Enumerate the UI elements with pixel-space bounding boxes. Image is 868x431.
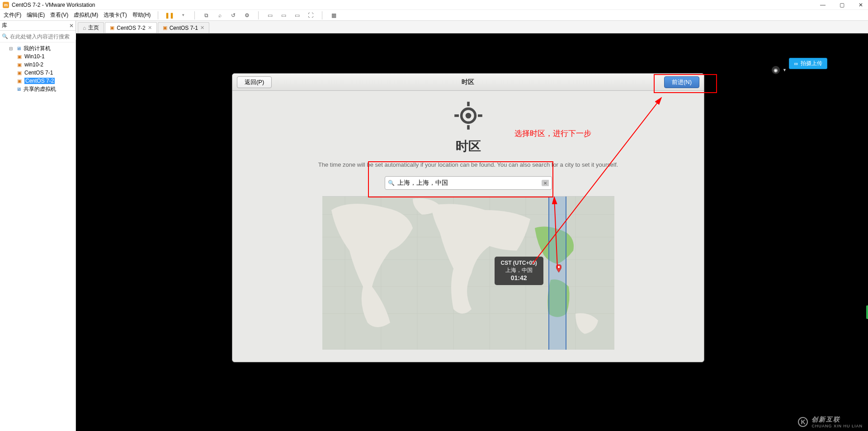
- toolbar-separator: [158, 11, 158, 19]
- installer-body: 时区 The time zone will be set automatical…: [232, 91, 704, 362]
- tab-close-icon[interactable]: ✕: [148, 25, 152, 31]
- tab-label: CentOS 7-2: [117, 25, 145, 31]
- minimize-button[interactable]: —: [818, 2, 827, 8]
- sidebar-close-icon[interactable]: ✕: [69, 23, 74, 29]
- content-area: ⌂ 主页 ▣ CentOS 7-2 ✕ ▣ CentOS 7-1 ✕ ∞ 拍摄上…: [76, 21, 868, 431]
- menu-bar: 文件(F) 编辑(E) 查看(V) 虚拟机(M) 选项卡(T) 帮助(H) ❚❚…: [0, 10, 868, 21]
- revert-icon[interactable]: ↺: [229, 11, 237, 19]
- menu-file[interactable]: 文件(F): [4, 11, 21, 19]
- vm-viewport[interactable]: ∞ 拍摄上传 ◉ ▼ 返回(P) 时区 前进(N) 时区: [76, 33, 868, 431]
- cloud-icon: ∞: [794, 61, 798, 67]
- tab-centos71[interactable]: ▣ CentOS 7-1 ✕: [158, 22, 209, 33]
- watermark-brand: 创新互联: [811, 416, 840, 423]
- tree-vm-win10-2[interactable]: ▣ win10-2: [1, 61, 75, 69]
- svg-rect-5: [478, 114, 482, 117]
- vmware-app-icon: m: [3, 2, 9, 8]
- menu-vm[interactable]: 虚拟机(M): [74, 11, 98, 19]
- section-heading: 时区: [456, 138, 481, 155]
- unity-icon[interactable]: ▭: [279, 11, 288, 19]
- timezone-search-input[interactable]: [397, 179, 539, 187]
- watermark: K 创新互联 CHUANG XIN HU LIAN: [798, 416, 863, 428]
- toolbar-separator: [258, 11, 259, 19]
- timezone-tooltip: CST (UTC+08) 上海，中国 01:42: [495, 257, 543, 285]
- timezone-search-field[interactable]: 🔍 ✕: [385, 176, 552, 190]
- svg-rect-2: [467, 102, 470, 106]
- maximize-button[interactable]: ▢: [837, 2, 846, 8]
- tab-label: 主页: [88, 24, 99, 32]
- svg-point-18: [557, 266, 560, 268]
- vm-tree: ⊟ 🖥 我的计算机 ▣ Win10-1 ▣ win10-2 ▣ CentOS 7…: [0, 42, 75, 95]
- world-map[interactable]: CST (UTC+08) 上海，中国 01:42: [322, 196, 614, 350]
- watermark-logo-icon: K: [798, 417, 808, 427]
- installer-title: 时区: [462, 78, 474, 86]
- menu-view[interactable]: 查看(V): [50, 11, 68, 19]
- window-controls: — ▢ ✕: [818, 2, 865, 8]
- close-button[interactable]: ✕: [856, 2, 865, 8]
- vm-icon: ▣: [16, 61, 23, 68]
- menu-edit[interactable]: 编辑(E): [27, 11, 45, 19]
- window-titlebar: m CentOS 7-2 - VMware Workstation — ▢ ✕: [0, 0, 868, 10]
- tree-label: Win10-1: [24, 53, 45, 60]
- toolbar-separator: [194, 11, 195, 19]
- tab-label: CentOS 7-1: [170, 25, 198, 31]
- upload-screenshot-button[interactable]: ∞ 拍摄上传: [789, 58, 827, 69]
- vm-icon: ▣: [16, 78, 23, 84]
- section-hint: The time zone will be set automatically …: [318, 161, 618, 168]
- console-view-icon[interactable]: ▭: [293, 11, 301, 19]
- home-icon: ⌂: [83, 25, 86, 31]
- forward-button[interactable]: 前进(N): [664, 76, 699, 88]
- fullscreen-icon[interactable]: ▭: [266, 11, 274, 19]
- tree-vm-centos71[interactable]: ▣ CentOS 7-1: [1, 69, 75, 77]
- vm-edge-indicator: [866, 305, 868, 319]
- search-icon: 🔍: [388, 180, 395, 186]
- svg-point-1: [465, 113, 471, 119]
- back-label: 返回(P): [245, 78, 264, 86]
- accessibility-icon[interactable]: ◉: [772, 66, 780, 74]
- tree-label: 共享的虚拟机: [24, 85, 56, 93]
- upload-label: 拍摄上传: [801, 60, 822, 67]
- back-button[interactable]: 返回(P): [237, 76, 272, 88]
- snapshot-manager-icon[interactable]: ⌕: [216, 11, 224, 19]
- tree-label: CentOS 7-1: [24, 70, 53, 76]
- timezone-target-icon: [453, 100, 484, 131]
- gnome-status-area[interactable]: ◉ ▼: [772, 66, 787, 74]
- installer-header: 返回(P) 时区 前进(N): [232, 74, 704, 91]
- menu-tabs[interactable]: 选项卡(T): [104, 11, 127, 19]
- sidebar-search[interactable]: 🔍 ▼: [0, 31, 75, 42]
- vm-icon: ▣: [163, 25, 167, 31]
- watermark-sub: CHUANG XIN HU LIAN: [811, 424, 863, 428]
- tree-vm-win10-1[interactable]: ▣ Win10-1: [1, 52, 75, 61]
- tree-label: win10-2: [24, 61, 43, 68]
- tree-shared-vms[interactable]: 🖥 共享的虚拟机: [1, 85, 75, 93]
- dropdown-icon[interactable]: ▼: [179, 11, 187, 19]
- gnome-initial-setup-window: 返回(P) 时区 前进(N) 时区 The time zone will be …: [232, 73, 704, 362]
- stretch-icon[interactable]: ⛶: [307, 11, 315, 19]
- tree-label: CentOS 7-2: [24, 78, 55, 84]
- pause-vm-icon[interactable]: ❚❚: [165, 11, 174, 19]
- expand-icon[interactable]: ⊟: [9, 46, 14, 51]
- tab-home[interactable]: ⌂ 主页: [78, 22, 104, 33]
- library-toggle-icon[interactable]: ▦: [330, 11, 338, 19]
- tab-close-icon[interactable]: ✕: [200, 25, 204, 31]
- snapshot-icon[interactable]: ⧉: [202, 11, 210, 19]
- tab-centos72[interactable]: ▣ CentOS 7-2 ✕: [105, 22, 156, 33]
- library-sidebar: 库 ✕ 🔍 ▼ ⊟ 🖥 我的计算机 ▣ Win10-1 ▣ win10-2 ▣: [0, 21, 76, 431]
- settings-icon[interactable]: ⚙: [243, 11, 251, 19]
- sidebar-search-input[interactable]: [10, 33, 78, 40]
- computer-icon: 🖥: [15, 45, 22, 52]
- svg-rect-3: [467, 125, 470, 130]
- search-icon: 🔍: [2, 33, 8, 39]
- vm-icon: ▣: [16, 70, 23, 76]
- forward-label: 前进(N): [672, 78, 692, 86]
- tree-my-computer[interactable]: ⊟ 🖥 我的计算机: [1, 44, 75, 52]
- shared-icon: 🖥: [15, 86, 22, 92]
- main-area: 库 ✕ 🔍 ▼ ⊟ 🖥 我的计算机 ▣ Win10-1 ▣ win10-2 ▣: [0, 21, 868, 431]
- toolbar-separator: [322, 11, 322, 19]
- menu-help[interactable]: 帮助(H): [132, 11, 151, 19]
- location-marker-icon: [556, 264, 561, 272]
- clear-input-icon[interactable]: ✕: [542, 180, 549, 186]
- tree-label: 我的计算机: [24, 45, 51, 52]
- sidebar-title: 库: [2, 22, 7, 29]
- svg-rect-4: [454, 114, 459, 117]
- tree-vm-centos72[interactable]: ▣ CentOS 7-2: [1, 77, 75, 85]
